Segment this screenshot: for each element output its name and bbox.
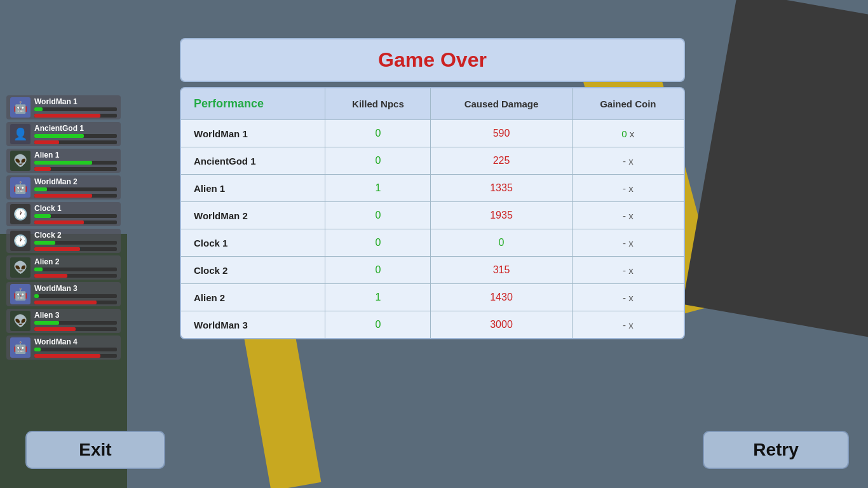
avatar-clock1: 🕐 bbox=[10, 204, 31, 224]
sidebar-name-alien1: Alien 1 bbox=[34, 151, 117, 159]
killed-npcs-cell: 0 bbox=[325, 229, 431, 257]
table-row: AncientGod 10225- x bbox=[181, 147, 684, 175]
sidebar-player-clock2: 🕐 Clock 2 bbox=[6, 229, 121, 253]
avatar-worldman2: 🤖 bbox=[10, 177, 31, 198]
sidebar-player-alien1: 👽 Alien 1 bbox=[6, 149, 121, 173]
table-row: Alien 211430- x bbox=[181, 284, 684, 311]
killed-npcs-cell: 1 bbox=[325, 175, 431, 202]
col-header-coin: Gained Coin bbox=[572, 88, 684, 120]
avatar-alien2: 👽 bbox=[10, 257, 31, 278]
player-name-cell: Clock 2 bbox=[181, 257, 325, 284]
player-name-cell: WorldMan 2 bbox=[181, 202, 325, 229]
table-row: WorldMan 303000- x bbox=[181, 311, 684, 339]
gained-coin-cell: - x bbox=[572, 311, 684, 339]
sidebar-name-worldman4: WorldMan 4 bbox=[34, 337, 117, 346]
table-row: WorldMan 105900 x bbox=[181, 120, 684, 147]
killed-npcs-cell: 0 bbox=[325, 147, 431, 175]
gained-coin-cell: - x bbox=[572, 202, 684, 229]
killed-npcs-cell: 1 bbox=[325, 284, 431, 311]
game-over-panel: Game Over Performance Killed Npcs Caused… bbox=[180, 38, 685, 339]
sidebar-name-alien2: Alien 2 bbox=[34, 257, 117, 266]
avatar-alien1: 👽 bbox=[10, 151, 31, 171]
avatar-ancientgod1: 👤 bbox=[10, 124, 31, 144]
caused-damage-cell: 3000 bbox=[431, 311, 572, 339]
retry-label: Retry bbox=[753, 440, 799, 460]
col-header-performance: Performance bbox=[181, 88, 325, 120]
sidebar-player-worldman2: 🤖 WorldMan 2 bbox=[6, 175, 121, 200]
gained-coin-cell: - x bbox=[572, 257, 684, 284]
sidebar-name-worldman2: WorldMan 2 bbox=[34, 177, 117, 186]
player-name-cell: Clock 1 bbox=[181, 229, 325, 257]
player-name-cell: Alien 1 bbox=[181, 175, 325, 202]
player-name-cell: AncientGod 1 bbox=[181, 147, 325, 175]
caused-damage-cell: 0 bbox=[431, 229, 572, 257]
sidebar-player-worldman1: 🤖 WorldMan 1 bbox=[6, 95, 121, 119]
player-name-cell: Alien 2 bbox=[181, 284, 325, 311]
caused-damage-cell: 225 bbox=[431, 147, 572, 175]
sidebar-name-worldman3: WorldMan 3 bbox=[34, 284, 117, 293]
retry-button[interactable]: Retry bbox=[703, 431, 849, 469]
gained-coin-cell: - x bbox=[572, 175, 684, 202]
avatar-clock2: 🕐 bbox=[10, 231, 31, 251]
sidebar-name-clock1: Clock 1 bbox=[34, 204, 117, 213]
sidebar-name-ancientgod1: AncientGod 1 bbox=[34, 124, 117, 133]
exit-button[interactable]: Exit bbox=[25, 431, 165, 469]
killed-npcs-cell: 0 bbox=[325, 257, 431, 284]
col-header-killed: Killed Npcs bbox=[325, 88, 431, 120]
sidebar-player-alien2: 👽 Alien 2 bbox=[6, 255, 121, 280]
sidebar-name-alien3: Alien 3 bbox=[34, 311, 117, 320]
col-header-damage: Caused Damage bbox=[431, 88, 572, 120]
exit-label: Exit bbox=[79, 440, 111, 460]
avatar-alien3: 👽 bbox=[10, 311, 31, 331]
table-row: WorldMan 201935- x bbox=[181, 202, 684, 229]
avatar-worldman1: 🤖 bbox=[10, 97, 31, 118]
sidebar-player-worldman4: 🤖 WorldMan 4 bbox=[6, 336, 121, 360]
sidebar-name-worldman1: WorldMan 1 bbox=[34, 97, 117, 106]
caused-damage-cell: 315 bbox=[431, 257, 572, 284]
table-row: Clock 20315- x bbox=[181, 257, 684, 284]
gained-coin-cell: - x bbox=[572, 147, 684, 175]
killed-npcs-cell: 0 bbox=[325, 311, 431, 339]
avatar-worldman3: 🤖 bbox=[10, 284, 31, 304]
table-header-row: Performance Killed Npcs Caused Damage Ga… bbox=[181, 88, 684, 120]
player-sidebar: 🤖 WorldMan 1 👤 AncientGod 1 👽 Alien 1 bbox=[6, 95, 121, 360]
killed-npcs-cell: 0 bbox=[325, 120, 431, 147]
caused-damage-cell: 1335 bbox=[431, 175, 572, 202]
gained-coin-cell: 0 x bbox=[572, 120, 684, 147]
game-over-title-text: Game Over bbox=[378, 48, 487, 71]
sidebar-player-alien3: 👽 Alien 3 bbox=[6, 309, 121, 333]
caused-damage-cell: 1935 bbox=[431, 202, 572, 229]
performance-table-container: Performance Killed Npcs Caused Damage Ga… bbox=[180, 87, 685, 339]
table-row: Clock 100- x bbox=[181, 229, 684, 257]
performance-table: Performance Killed Npcs Caused Damage Ga… bbox=[181, 88, 684, 338]
killed-npcs-cell: 0 bbox=[325, 202, 431, 229]
sidebar-player-worldman3: 🤖 WorldMan 3 bbox=[6, 282, 121, 306]
sidebar-name-clock2: Clock 2 bbox=[34, 231, 117, 240]
player-name-cell: WorldMan 1 bbox=[181, 120, 325, 147]
sidebar-player-ancientgod1: 👤 AncientGod 1 bbox=[6, 122, 121, 146]
caused-damage-cell: 590 bbox=[431, 120, 572, 147]
gained-coin-cell: - x bbox=[572, 229, 684, 257]
game-over-title-box: Game Over bbox=[180, 38, 685, 82]
sidebar-player-clock1: 🕐 Clock 1 bbox=[6, 202, 121, 226]
gained-coin-cell: - x bbox=[572, 284, 684, 311]
caused-damage-cell: 1430 bbox=[431, 284, 572, 311]
avatar-worldman4: 🤖 bbox=[10, 337, 31, 358]
table-row: Alien 111335- x bbox=[181, 175, 684, 202]
player-name-cell: WorldMan 3 bbox=[181, 311, 325, 339]
